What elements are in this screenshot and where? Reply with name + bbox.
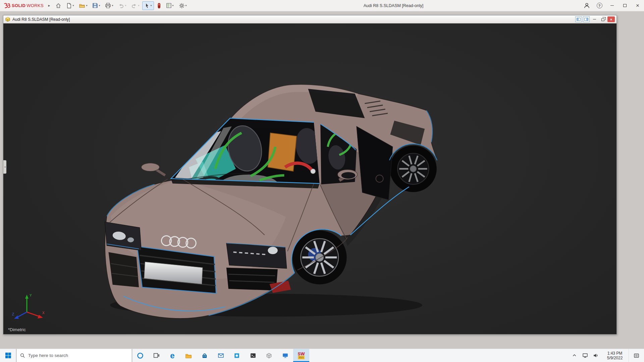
taskbar-app-file-explorer[interactable] (180, 349, 197, 362)
viewport-3d[interactable]: Y X Z *Dimetric ◂ (3, 23, 616, 334)
brand-name-bold: SOLID (12, 3, 25, 8)
taskbar-app-photos[interactable] (229, 349, 245, 362)
taskbar-app-cortana[interactable] (132, 349, 148, 362)
network-button[interactable] (580, 349, 590, 362)
close-button[interactable]: × (631, 0, 644, 11)
doc-restore-icon (601, 18, 604, 21)
headlight-right (226, 243, 287, 268)
options-gear-icon (179, 3, 185, 9)
taskbar-app-remote-desktop[interactable] (277, 349, 293, 362)
rebuild-stoplight-icon (157, 3, 161, 9)
rebuild-button[interactable] (155, 1, 163, 10)
undo-button[interactable]: ▾ (116, 1, 128, 10)
app-titlebar: SOLIDWORKS ▸ ▾ (0, 0, 644, 11)
remote-desktop-icon (282, 353, 288, 358)
account-button[interactable] (580, 0, 593, 11)
assembly-document-icon (5, 17, 10, 22)
solidworks-taskbar-icon: SW 2021 (298, 352, 305, 359)
taskbar-app-task-view[interactable] (148, 349, 164, 362)
dropdown-caret-icon: ▾ (99, 4, 100, 7)
taskbar: e (0, 349, 644, 362)
doc-minimize-button[interactable] (591, 16, 598, 22)
featuremanager-collapsed-tab[interactable]: ◂ (3, 160, 6, 174)
microsoft-store-icon (202, 353, 208, 359)
undo-icon (118, 3, 124, 8)
screen: SOLIDWORKS ▸ ▾ (0, 0, 644, 362)
print-icon (105, 3, 111, 8)
taskbar-app-mail[interactable] (213, 349, 229, 362)
select-arrow-icon (144, 3, 150, 9)
save-icon (92, 3, 98, 8)
save-button[interactable]: ▾ (90, 1, 102, 10)
dropdown-caret-icon: ▾ (125, 4, 126, 7)
minimize-button[interactable] (606, 0, 619, 11)
file-properties-button[interactable]: ▾ (164, 1, 176, 10)
search-input[interactable] (28, 353, 128, 358)
clock-time: 1:43 PM (601, 351, 629, 356)
doc-close-button[interactable]: × (607, 16, 615, 22)
new-document-icon (66, 3, 72, 9)
dropdown-caret-icon: ▾ (185, 4, 187, 7)
document-window-controls: × (575, 16, 615, 22)
hidden-icons-chevron-icon (572, 353, 577, 358)
dropdown-caret-icon: ▾ (138, 4, 139, 7)
help-button[interactable]: ? (593, 0, 606, 11)
car-model-render[interactable] (3, 23, 616, 334)
maximize-icon (623, 4, 627, 7)
doc-restore-button[interactable] (599, 16, 606, 22)
minimize-icon (610, 5, 614, 6)
file-properties-sheet-icon (166, 3, 172, 8)
maximize-button[interactable] (619, 0, 631, 11)
system-tray: 1:43 PM 5/9/2022 (569, 349, 644, 362)
dropdown-caret-icon: ▾ (150, 4, 152, 7)
taskbar-search[interactable] (16, 349, 132, 362)
taskbar-clock[interactable]: 1:43 PM 5/9/2022 (601, 351, 629, 360)
triad-x-label: X (42, 311, 45, 315)
rear-wheel (390, 145, 437, 192)
hidden-icons-button[interactable] (569, 349, 580, 362)
options-button[interactable]: ▾ (177, 1, 189, 10)
document-titlebar[interactable]: Audi R8 S.SLDASM [Read-only] × (3, 15, 616, 23)
windows-start-icon (5, 353, 11, 358)
triad-y-label: Y (30, 294, 32, 297)
action-center-button[interactable] (629, 349, 644, 362)
app-window-controls: ? × (580, 0, 644, 11)
document-title: Audi R8 S.SLDASM [Read-only] (12, 17, 70, 22)
action-center-icon (634, 353, 639, 358)
edge-icon: e (170, 352, 174, 360)
taskbar-app-command-prompt[interactable] (245, 349, 261, 362)
home-button[interactable] (53, 1, 63, 10)
help-icon: ? (597, 3, 602, 8)
home-icon (55, 3, 61, 9)
photos-icon (234, 353, 240, 359)
pane-left-button[interactable] (575, 16, 582, 22)
windshield (171, 118, 323, 196)
start-button[interactable] (0, 349, 16, 362)
toolbar-expand-icon[interactable]: ▸ (48, 3, 50, 8)
dropdown-caret-icon: ▾ (72, 4, 74, 7)
doc-minimize-icon (593, 19, 596, 19)
app-title: Audi R8 S.SLDASM [Read-only] (364, 3, 424, 8)
dropdown-caret-icon: ▾ (112, 4, 113, 7)
open-button[interactable]: ▾ (77, 1, 89, 10)
file-explorer-icon (185, 353, 192, 359)
volume-button[interactable] (590, 349, 601, 362)
command-prompt-icon (250, 353, 256, 358)
redo-icon (131, 3, 137, 8)
dropdown-caret-icon: ▾ (172, 4, 174, 7)
select-button[interactable]: ▾ (142, 1, 154, 10)
taskbar-app-3d-viewer[interactable] (261, 349, 277, 362)
print-button[interactable]: ▾ (103, 1, 115, 10)
redo-button[interactable]: ▾ (129, 1, 141, 10)
pane-right-button[interactable] (583, 16, 590, 22)
taskbar-app-microsoft-store[interactable] (197, 349, 213, 362)
taskbar-app-solidworks[interactable]: SW 2021 (293, 349, 309, 362)
quick-access-toolbar: ▾ ▾ ▾ (53, 1, 189, 10)
orientation-triad[interactable]: Y X Z (11, 291, 46, 326)
solidworks-logo: SOLIDWORKS (3, 2, 44, 9)
account-icon (584, 2, 590, 9)
magnifier-icon (20, 353, 25, 358)
new-document-button[interactable]: ▾ (64, 1, 76, 10)
taskbar-app-edge[interactable]: e (164, 349, 180, 362)
volume-icon (593, 353, 599, 358)
